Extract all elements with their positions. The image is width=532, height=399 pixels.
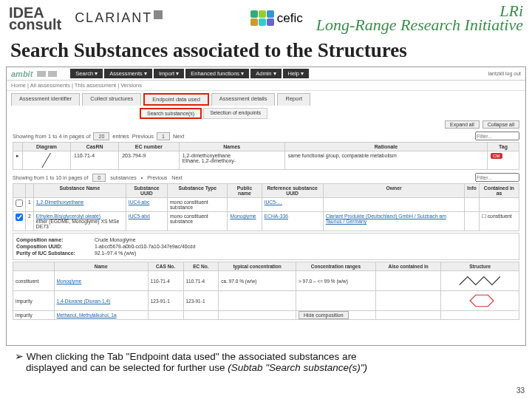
- logo-idea: IDEA consult: [9, 7, 61, 30]
- filter-input-2[interactable]: [475, 173, 519, 182]
- ambit-logo: ambit: [11, 69, 33, 78]
- hide-composition-button[interactable]: Hide composition: [299, 311, 349, 319]
- prev-link[interactable]: Previous: [132, 133, 154, 140]
- nav-assessments[interactable]: Assessments ▾: [104, 69, 152, 78]
- structure-diagram: [26, 153, 67, 168]
- nav-help[interactable]: Help ▾: [283, 69, 310, 78]
- table-row[interactable]: 2 Ethylen.Bis(glycerolyl oleate)ether (E…: [13, 212, 519, 231]
- composition-table: Name CAS No. EC No. typical concentratio…: [13, 262, 519, 320]
- table-row[interactable]: 1 1,2-Dimethoxyethane IUC4-abc mono cons…: [13, 198, 519, 212]
- tab-identifier[interactable]: Assessment identifier: [11, 93, 80, 106]
- tab-endpoint-data-used[interactable]: Endpoint data used: [143, 93, 209, 106]
- substances-table: Substance Name Substance UUID Substance …: [13, 183, 519, 231]
- nav-enhanced[interactable]: Enhanced functions ▾: [185, 69, 249, 78]
- table-row[interactable]: constituent Monoglyme 110-71-4 110.71-4 …: [13, 271, 519, 291]
- collapse-all-button[interactable]: Collapse all: [482, 120, 519, 129]
- logo-lri: LRi Long-Range Research Initiative: [316, 4, 523, 32]
- logo-bar: IDEA consult CLARIANT cefic LRi Long-Ran…: [0, 0, 532, 36]
- tab-collect[interactable]: Collect structures: [82, 93, 141, 106]
- next2[interactable]: Next: [171, 175, 182, 180]
- structure-diagram: [443, 293, 516, 309]
- pgsize-select[interactable]: 20: [93, 132, 109, 140]
- svg-marker-0: [470, 296, 494, 307]
- next-link[interactable]: Next: [173, 133, 184, 140]
- logo-cefic: cefic: [250, 10, 303, 26]
- page-number: 33: [516, 386, 525, 395]
- table-row[interactable]: impurity Methanol, Methylalkohol, 1a Hid…: [13, 311, 519, 320]
- filter-input[interactable]: [475, 132, 519, 140]
- table-row[interactable]: impurity 1,4-Dioxane (Dioxan-1,4) 123-91…: [13, 291, 519, 311]
- page-title: Search Substances associated to the Stru…: [0, 36, 532, 66]
- pager-structures: Showing from 1 to 4 in pages of 20 entri…: [7, 130, 525, 142]
- breadcrumb[interactable]: Home | All assessments | This assessment…: [7, 81, 525, 91]
- subtab-selection-endpoints[interactable]: Selection of endpoints: [203, 108, 267, 119]
- main-tabs: Assessment identifier Collect structures…: [7, 91, 525, 106]
- row-checkbox[interactable]: [16, 214, 23, 221]
- subtab-search-substances[interactable]: Search substance(s): [140, 108, 202, 119]
- tag-badge: CM: [491, 153, 502, 159]
- ambit-header: ambit Search ▾ Assessments ▾ Import ▾ En…: [7, 67, 525, 81]
- sub-tabs: Search substance(s) Selection of endpoin…: [7, 106, 525, 119]
- structures-table: Diagram CasRN EC number Names Rationale …: [13, 142, 519, 170]
- composition-detail: Composition name:Crude Monoglyme Composi…: [13, 233, 519, 260]
- user-logout[interactable]: lantzkll log out: [488, 71, 521, 76]
- structure-diagram: [443, 273, 516, 289]
- pager-substances: Showing from 1 to 10 in pages of 0 subst…: [7, 170, 525, 183]
- tab-report[interactable]: Report: [277, 93, 310, 106]
- expand-all-button[interactable]: Expand all: [445, 120, 480, 129]
- table-row[interactable]: ▸ 110-71-4 203-794-9 1,2-dimethoxyethane…: [13, 151, 519, 170]
- nav-import[interactable]: Import ▾: [154, 69, 184, 78]
- nav-search[interactable]: Search ▾: [70, 69, 103, 78]
- embedded-screenshot: ambit Search ▾ Assessments ▾ Import ▾ En…: [6, 66, 526, 346]
- logo-clariant: CLARIANT: [75, 10, 163, 26]
- nav-admin[interactable]: Admin ▾: [250, 69, 281, 78]
- row-checkbox[interactable]: [16, 200, 23, 207]
- top-nav: Search ▾ Assessments ▾ Import ▾ Enhanced…: [70, 69, 309, 78]
- slide-note: ➢ When clicking the Tab "Endpoint data u…: [0, 346, 532, 373]
- prev2[interactable]: Previous: [147, 175, 167, 180]
- tab-details[interactable]: Assessment details: [211, 93, 276, 106]
